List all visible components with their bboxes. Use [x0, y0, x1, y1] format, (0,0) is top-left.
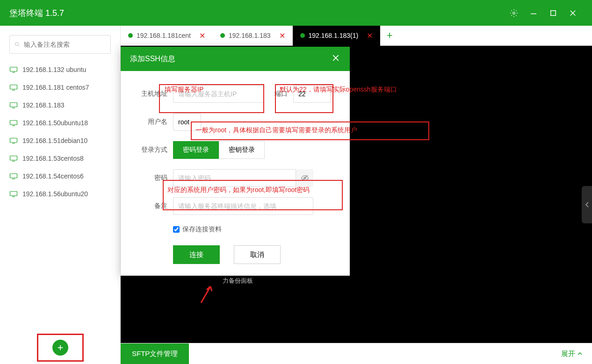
- monitor-icon: [9, 66, 18, 73]
- server-item[interactable]: 192.168.1.54centos6: [0, 167, 120, 185]
- modal-header: 添加SSH信息: [121, 47, 350, 71]
- tab-close-button[interactable]: ✕: [367, 31, 373, 40]
- maximize-icon: [549, 9, 557, 17]
- server-label: 192.168.1.50ubuntu18: [22, 119, 88, 127]
- arrow-annotation: [196, 284, 215, 305]
- svg-rect-17: [10, 156, 17, 160]
- server-item[interactable]: 192.168.1.53centos8: [0, 150, 120, 167]
- search-input[interactable]: [24, 41, 106, 48]
- add-server-annotation: [37, 334, 84, 362]
- password-input[interactable]: [173, 169, 313, 187]
- tab-bar: 192.168.1.181cent✕192.168.1.183✕192.168.…: [121, 26, 592, 46]
- tab-close-button[interactable]: ✕: [279, 31, 285, 40]
- server-label: 192.168.1.56ubuntu20: [22, 190, 88, 198]
- server-label: 192.168.1.183: [22, 101, 65, 109]
- login-type-label: 登录方式: [135, 146, 167, 154]
- add-server-button[interactable]: [52, 340, 68, 356]
- app-title: 堡塔终端 1.5.7: [9, 7, 64, 19]
- chevron-up-icon: [577, 351, 583, 357]
- toggle-password-button[interactable]: [296, 169, 313, 187]
- svg-point-0: [513, 12, 515, 14]
- close-icon: [331, 53, 340, 63]
- svg-rect-7: [10, 67, 17, 71]
- svg-rect-21: [10, 192, 17, 196]
- sftp-button[interactable]: SFTP文件管理: [121, 343, 189, 364]
- monitor-icon: [9, 102, 18, 108]
- user-label: 用户名: [135, 118, 167, 126]
- server-label: 192.168.1.132 ubuntu: [22, 66, 86, 73]
- host-input[interactable]: [173, 85, 264, 103]
- server-item[interactable]: 192.168.1.183: [0, 96, 120, 114]
- cancel-button[interactable]: 取消: [234, 245, 281, 264]
- close-icon: [569, 9, 577, 17]
- tab-add-button[interactable]: +: [380, 29, 399, 42]
- tab[interactable]: 192.168.1.181cent✕: [121, 26, 213, 46]
- svg-rect-15: [10, 138, 17, 143]
- connect-button[interactable]: 连接: [173, 245, 220, 264]
- save-checkbox[interactable]: [173, 226, 180, 233]
- port-input[interactable]: [293, 85, 331, 103]
- svg-rect-19: [10, 174, 17, 178]
- monitor-icon: [9, 173, 18, 179]
- svg-rect-2: [551, 10, 556, 15]
- plus-icon: [57, 344, 64, 351]
- server-label: 192.168.1.51debian10: [22, 137, 87, 144]
- login-key-button[interactable]: 密钥登录: [219, 141, 265, 159]
- chevron-left-icon: [585, 201, 589, 208]
- svg-rect-13: [10, 121, 17, 125]
- server-item[interactable]: 192.168.1.51debian10: [0, 132, 120, 150]
- user-input[interactable]: [173, 113, 201, 131]
- titlebar: 堡塔终端 1.5.7: [0, 0, 592, 26]
- monitor-icon: [9, 137, 18, 144]
- server-item[interactable]: 192.168.1.181 centos7: [0, 79, 120, 96]
- tab-close-button[interactable]: ✕: [199, 31, 205, 40]
- monitor-icon: [9, 155, 18, 162]
- settings-button[interactable]: [504, 0, 524, 26]
- expand-label: 展开: [561, 350, 575, 358]
- status-dot-icon: [128, 33, 133, 38]
- remark-input[interactable]: [173, 197, 313, 215]
- server-item[interactable]: 192.168.1.50ubuntu18: [0, 114, 120, 132]
- server-item[interactable]: 192.168.1.56ubuntu20: [0, 185, 120, 203]
- gear-icon: [510, 9, 518, 17]
- tab-label: 192.168.1.183(1): [309, 32, 359, 39]
- port-label: 端口: [264, 90, 288, 98]
- modal-close-button[interactable]: [331, 53, 340, 64]
- modal-title: 添加SSH信息: [130, 54, 175, 64]
- remark-label: 备注: [135, 202, 167, 210]
- sftp-bar: SFTP文件管理 展开: [121, 343, 592, 364]
- expand-button[interactable]: 展开: [552, 350, 592, 358]
- tab-label: 192.168.1.183: [229, 32, 271, 39]
- login-password-button[interactable]: 密码登录: [173, 141, 219, 159]
- host-label: 主机地址: [135, 90, 167, 98]
- server-list: 192.168.1.132 ubuntu192.168.1.181 centos…: [0, 58, 120, 331]
- save-label: 保存连接资料: [182, 225, 222, 234]
- eye-icon: [301, 174, 309, 182]
- monitor-icon: [9, 191, 18, 197]
- password-label: 密码: [135, 174, 167, 182]
- tab[interactable]: 192.168.1.183✕: [213, 26, 293, 46]
- svg-point-5: [15, 43, 19, 46]
- search-box[interactable]: [9, 35, 111, 54]
- server-label: 192.168.1.53centos8: [22, 155, 84, 162]
- minimize-icon: [529, 9, 538, 17]
- status-dot-icon: [300, 33, 305, 38]
- server-label: 192.168.1.54centos6: [22, 172, 84, 180]
- minimize-button[interactable]: [524, 0, 543, 26]
- server-item[interactable]: 192.168.1.132 ubuntu: [0, 61, 120, 79]
- tab[interactable]: 192.168.1.183(1)✕: [293, 26, 381, 46]
- ssh-modal: 添加SSH信息 主机地址 端口 用户名 登录方式 密码登录 密钥登录 密码: [121, 47, 350, 276]
- status-dot-icon: [220, 33, 225, 38]
- sidebar: 192.168.1.132 ubuntu192.168.1.181 centos…: [0, 26, 121, 364]
- terminal-side-handle[interactable]: [582, 186, 592, 223]
- server-label: 192.168.1.181 centos7: [22, 84, 89, 91]
- svg-line-6: [18, 45, 20, 47]
- svg-rect-11: [10, 103, 17, 107]
- monitor-icon: [9, 84, 18, 91]
- maximize-button[interactable]: [543, 0, 563, 26]
- svg-rect-9: [10, 85, 17, 89]
- search-icon: [14, 40, 20, 49]
- monitor-icon: [9, 120, 18, 126]
- close-button[interactable]: [563, 0, 583, 26]
- tab-label: 192.168.1.181cent: [137, 32, 191, 39]
